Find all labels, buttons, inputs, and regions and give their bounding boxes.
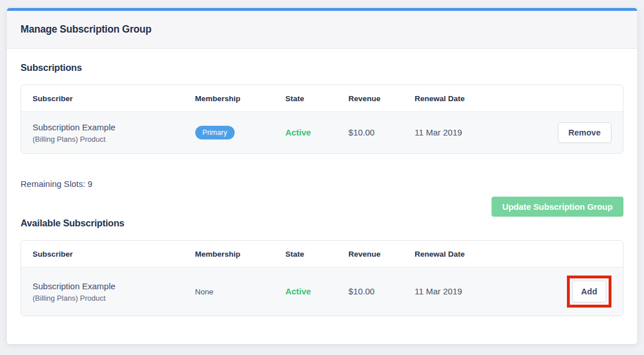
- column-header-membership: Membership: [184, 85, 274, 112]
- subscription-row: Subscription Example (Billing Plans) Pro…: [21, 112, 623, 153]
- renewal-date-value: 11 Mar 2019: [414, 127, 462, 137]
- column-header-renewal-date: Renewal Date: [403, 85, 502, 112]
- renewal-date-cell: 11 Mar 2019: [403, 112, 502, 153]
- revenue-value: $10.00: [348, 127, 375, 137]
- revenue-value: $10.00: [348, 286, 375, 296]
- state-value: Active: [285, 286, 311, 296]
- subscriptions-table-header-row: Subscriber Membership State Revenue Rene…: [21, 85, 623, 112]
- state-value: Active: [285, 127, 311, 137]
- state-cell: Active: [274, 268, 337, 316]
- page-title: Manage Subscription Group: [21, 23, 151, 35]
- membership-cell: Primary: [184, 112, 274, 153]
- update-button-row: Update Subscription Group: [21, 197, 623, 217]
- column-header-actions: [502, 85, 623, 112]
- column-header-renewal-date: Renewal Date: [403, 241, 502, 268]
- available-subscriptions-heading: Available Subscriptions: [21, 218, 623, 229]
- state-cell: Active: [274, 112, 337, 153]
- subscriber-detail: (Billing Plans) Product: [33, 135, 178, 143]
- column-header-state: State: [274, 241, 337, 268]
- available-subscriptions-table: Subscriber Membership State Revenue Rene…: [21, 240, 623, 316]
- column-header-subscriber: Subscriber: [21, 85, 184, 112]
- revenue-cell: $10.00: [337, 268, 403, 316]
- card-header: Manage Subscription Group: [7, 11, 637, 49]
- column-header-actions: [502, 241, 623, 268]
- revenue-cell: $10.00: [337, 112, 403, 153]
- manage-subscription-group-card: Manage Subscription Group Subscriptions …: [7, 8, 637, 344]
- subscriber-cell: Subscription Example (Billing Plans) Pro…: [21, 268, 184, 316]
- membership-value: None: [195, 288, 214, 296]
- remaining-slots-text: Remaining Slots: 9: [21, 179, 623, 189]
- column-header-revenue: Revenue: [337, 85, 403, 112]
- action-cell: Remove: [502, 112, 623, 153]
- subscriber-name: Subscription Example: [33, 122, 178, 132]
- column-header-subscriber: Subscriber: [21, 241, 184, 268]
- action-cell: Add: [502, 268, 623, 316]
- red-annotation-box: Add: [567, 276, 611, 308]
- subscriptions-table: Subscriber Membership State Revenue Rene…: [21, 85, 623, 154]
- column-header-revenue: Revenue: [337, 241, 403, 268]
- update-subscription-group-button[interactable]: Update Subscription Group: [492, 197, 623, 217]
- renewal-date-value: 11 Mar 2019: [414, 286, 462, 296]
- available-table-header-row: Subscriber Membership State Revenue Rene…: [21, 241, 623, 268]
- renewal-date-cell: 11 Mar 2019: [403, 268, 502, 316]
- subscriber-detail: (Billing Plans) Product: [33, 294, 178, 302]
- subscriber-cell: Subscription Example (Billing Plans) Pro…: [21, 112, 184, 153]
- subscriptions-heading: Subscriptions: [21, 62, 623, 73]
- column-header-state: State: [274, 85, 337, 112]
- subscriber-name: Subscription Example: [33, 281, 178, 291]
- membership-cell: None: [184, 268, 274, 316]
- available-subscription-row: Subscription Example (Billing Plans) Pro…: [21, 268, 623, 316]
- column-header-membership: Membership: [184, 241, 274, 268]
- remove-button[interactable]: Remove: [558, 122, 611, 143]
- membership-primary-badge: Primary: [195, 126, 235, 139]
- card-body: Subscriptions Subscriber Membership Stat…: [7, 49, 637, 344]
- add-button[interactable]: Add: [572, 281, 606, 302]
